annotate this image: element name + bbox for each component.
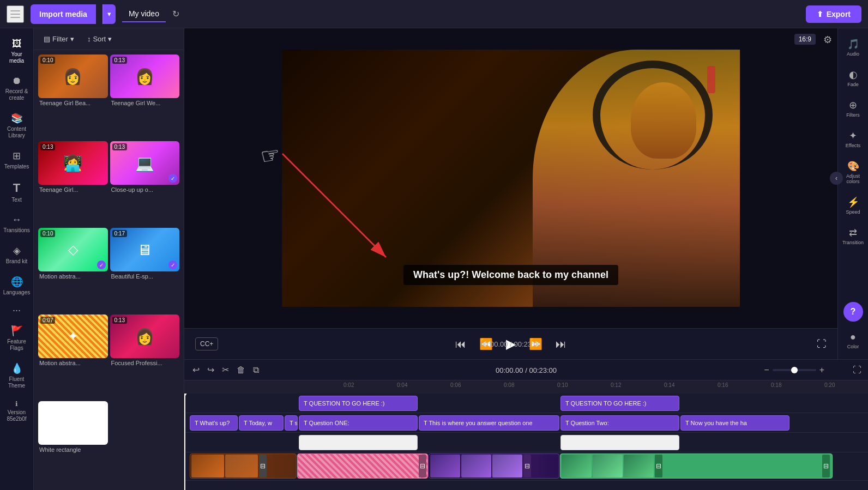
timeline-toolbar: ↩ ↪ ✂ 🗑 ⧉ 00:00.00 / 00:23:00 − + ⛶: [184, 360, 868, 380]
cursor-hand: ☞: [258, 141, 282, 170]
clip-white-1[interactable]: [299, 435, 418, 450]
your-media-icon: 🖼: [12, 38, 22, 50]
more-options-button[interactable]: ···: [13, 305, 21, 316]
rs-item-filters[interactable]: ⊕ Filters: [839, 95, 867, 122]
zoom-in-icon[interactable]: +: [819, 365, 824, 375]
brand-kit-icon: ◈: [13, 245, 21, 257]
clip-question-two-text[interactable]: T Question Two:: [560, 415, 679, 431]
media-item-girl1[interactable]: 👩 0:10 Teenage Girl Bea...: [38, 55, 108, 139]
clip-question-2[interactable]: T QUESTION TO GO HERE :): [560, 396, 679, 411]
copy-button[interactable]: ⧉: [251, 364, 261, 377]
caption-button[interactable]: CC+: [195, 337, 218, 350]
skip-forward-button[interactable]: ⏭: [553, 336, 569, 353]
rs-item-speed[interactable]: ⚡ Speed: [839, 192, 867, 219]
rs-item-transition[interactable]: ⇄ Transition: [839, 222, 867, 250]
delete-button[interactable]: 🗑: [235, 364, 247, 377]
effects-icon: ✦: [849, 130, 857, 142]
media-item-girl2[interactable]: 👩 0:13 Teenage Girl We...: [110, 55, 180, 139]
filter-button[interactable]: ▤ Filter ▾: [39, 33, 79, 45]
label-motion2: Motion abstra...: [38, 358, 108, 368]
media-toolbar: ▤ Filter ▾ ↕ Sort ▾: [34, 28, 184, 50]
audio-icon: 🎵: [847, 38, 859, 50]
clip-s[interactable]: T s: [285, 415, 298, 431]
track-main-video: ⊟ ⊟ ⊟: [184, 452, 868, 481]
label-girl2: Teenage Girl We...: [110, 98, 180, 108]
timeline-time-display: 00:00.00 / 00:23:00: [496, 366, 557, 374]
rs-label-transition: Transition: [842, 240, 864, 245]
sidebar-label-your-media: Your media: [4, 51, 30, 64]
cut-button[interactable]: ✂: [220, 363, 231, 377]
sidebar-item-content-library[interactable]: 📚 Content Library: [2, 108, 32, 143]
fullscreen-button[interactable]: ⛶: [817, 338, 827, 350]
refresh-icon[interactable]: ↻: [172, 9, 179, 19]
transitions-icon: ↔: [12, 214, 22, 226]
collapse-panel-button[interactable]: ‹: [830, 172, 843, 185]
expand-timeline-button[interactable]: ⛶: [853, 365, 861, 375]
label-girl3: Teenage Girl...: [38, 185, 108, 195]
duration-beautiful: 0:17: [112, 230, 127, 237]
rs-item-adjust-colors[interactable]: 🎨 Adjust colors: [839, 156, 867, 189]
video-settings-button[interactable]: ⚙: [823, 34, 832, 46]
sidebar-item-templates[interactable]: ⊞ Templates: [2, 146, 32, 174]
timeline-ruler: 0:02 0:04 0:06 0:08 0:10 0:12 0:14 0:16 …: [184, 380, 868, 394]
sidebar-item-fluent-theme[interactable]: 💧 Fluent Theme: [2, 358, 32, 394]
clip-whatsup[interactable]: T What's up?: [190, 415, 238, 431]
sidebar-item-feature-flags[interactable]: 🚩 Feature Flags: [2, 320, 32, 356]
languages-icon: 🌐: [11, 276, 23, 288]
playhead[interactable]: [184, 394, 185, 490]
record-create-icon: ⏺: [12, 75, 22, 87]
video-area: 16:9 ⚙ What's up?! Welcome back to: [184, 28, 837, 359]
sidebar-item-brand-kit[interactable]: ◈ Brand kit: [2, 240, 32, 269]
sidebar-item-text[interactable]: T Text: [2, 177, 32, 208]
help-button[interactable]: ?: [843, 302, 863, 322]
clip-white-2[interactable]: [560, 435, 679, 450]
track-content-main: ⊟ ⊟ ⊟: [190, 452, 868, 480]
media-item-closeup[interactable]: 💻 0:13 ✓ Close-up up o...: [110, 141, 180, 226]
clip-green-video[interactable]: ⊟ ⊟: [560, 453, 833, 479]
timeline-tracks: T QUESTION TO GO HERE :) T QUESTION TO G…: [184, 394, 868, 490]
my-video-tab[interactable]: My video: [122, 6, 166, 22]
clip-question-one-text[interactable]: T Question ONE:: [299, 415, 418, 431]
video-controls: CC+ ⏮ ⏪ ▶ ⏩ ⏭ 00:00.00 / 00:23:00 ⛶: [184, 328, 837, 359]
clip-now-you-have[interactable]: T Now you have the ha: [680, 415, 789, 431]
rs-item-audio[interactable]: 🎵 Audio: [839, 34, 867, 61]
media-item-motion1[interactable]: ◇ 0:10 ✓ Motion abstra...: [38, 228, 108, 312]
duration-motion2: 0:07: [40, 317, 55, 324]
redo-button[interactable]: ↪: [206, 363, 216, 377]
sidebar-item-version: ℹ Version 85e2b0f: [2, 396, 32, 427]
sidebar-item-record-create[interactable]: ⏺ Record & create: [2, 71, 32, 106]
clip-video2[interactable]: ⊟: [429, 453, 559, 479]
clip-answer-one[interactable]: T This is where you answer question one: [419, 415, 559, 431]
import-media-button[interactable]: Import media: [31, 4, 96, 24]
rs-item-color[interactable]: ● Color: [839, 327, 867, 354]
sidebar-item-transitions[interactable]: ↔ Transitions: [2, 210, 32, 238]
sidebar-item-languages[interactable]: 🌐 Languages: [2, 271, 32, 300]
zoom-handle[interactable]: [791, 367, 798, 373]
media-item-girl3[interactable]: 👩‍💻 0:13 Teenage Girl...: [38, 141, 108, 226]
rs-label-fade: Fade: [847, 82, 859, 87]
media-item-focused[interactable]: 👩 0:13 Focused Professi...: [110, 314, 180, 399]
adjust-colors-icon: 🎨: [847, 160, 859, 172]
skip-back-button[interactable]: ⏮: [453, 336, 468, 353]
transition-icon: ⇄: [849, 227, 857, 239]
media-item-beautiful[interactable]: 🖥 0:17 ✓ Beautiful E-sp...: [110, 228, 180, 312]
rs-item-fade[interactable]: ◐ Fade: [839, 64, 867, 92]
clip-question-1[interactable]: T QUESTION TO GO HERE :): [299, 396, 418, 411]
menu-button[interactable]: [7, 5, 24, 23]
rs-item-effects[interactable]: ✦ Effects: [839, 125, 867, 153]
zoom-slider[interactable]: [773, 369, 816, 371]
media-item-motion2[interactable]: ✦ 0:07 Motion abstra...: [38, 314, 108, 399]
version-icon: ℹ: [15, 400, 18, 408]
export-button[interactable]: ⬆ Export: [806, 5, 861, 23]
clip-today[interactable]: T Today, w: [239, 415, 284, 431]
clip-girl-video[interactable]: ⊟: [190, 453, 297, 479]
duration-girl1: 0:10: [40, 57, 55, 64]
zoom-out-icon[interactable]: −: [764, 365, 769, 375]
import-dropdown-button[interactable]: ▾: [103, 4, 116, 24]
sidebar-item-your-media[interactable]: 🖼 Your media: [2, 34, 32, 69]
undo-button[interactable]: ↩: [191, 363, 201, 377]
media-item-white-rect[interactable]: White rectangle: [38, 401, 108, 486]
clip-dotted-video[interactable]: ⊟: [297, 453, 428, 479]
right-sidebar: 🎵 Audio ◐ Fade ⊕ Filters ✦ Effects 🎨: [837, 28, 868, 359]
sort-button[interactable]: ↕ Sort ▾: [83, 33, 116, 45]
